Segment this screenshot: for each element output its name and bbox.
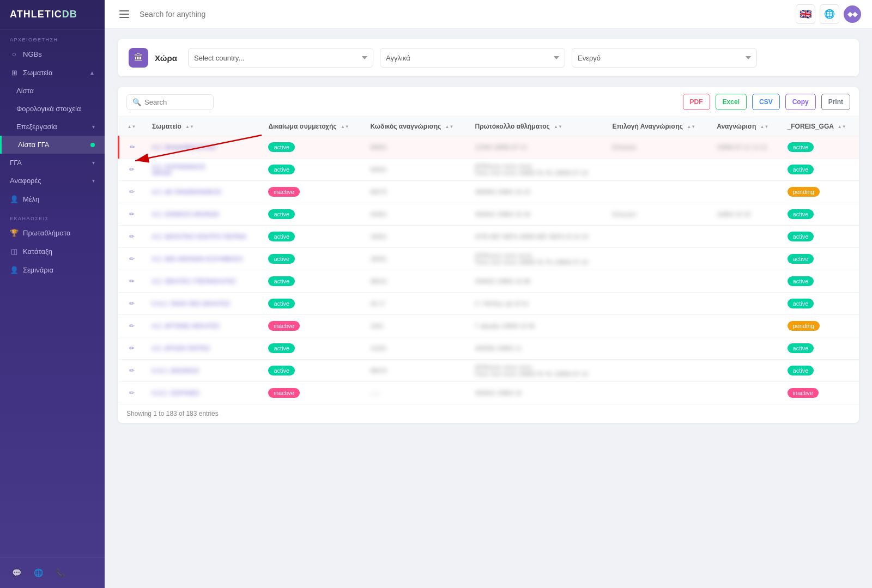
cell-epilogi [605,337,710,360]
cell-anag [710,337,780,360]
status-select[interactable]: Ενεργό Ανενεργό [572,48,757,68]
cell-somateiro: Α.Σ. ΑΕ ΠΑΝΑΘΗΝΑΙΚΟΣ [146,181,262,203]
chevron-down-icon-4: ▾ [92,178,95,184]
sidebar-item-anafores[interactable]: Αναφορές ▾ [0,172,105,190]
sidebar-item-epexergasia[interactable]: Επεξεργασία ▾ [0,118,105,136]
cell-epilogi [605,159,710,181]
cell-protokolo: 400002 19866 10-18 [469,203,606,226]
cell-anag: 19866 10-18 [710,203,780,226]
col-foreis[interactable]: _FOREIS_GGA ▲▼ [781,117,859,136]
app-logo: ATHLETICDB [0,0,105,29]
logo-text: ATHLETICDB [10,9,77,20]
edit-button[interactable]: ✏ [125,208,138,221]
cell-anag [710,181,780,203]
sidebar-item-protathlimata[interactable]: 🏆 Πρωταθλήματα [0,223,105,242]
language-flag-button[interactable]: 🇬🇧 [796,4,815,24]
cell-kwdikos: 30 17 [364,293,468,315]
sidebar-item-seminaria-label: Σεμινάρια [23,266,95,274]
cell-somateiro: Α.Σ. ΑΘΛΗΤΙΚΟ ΚΕΝΤΡΟ ΠΕΙΡΑΙΑ [146,226,262,248]
sidebar-item-meli[interactable]: 👤 Μέλη [0,190,105,208]
language-select[interactable]: Αγγλικά Ελληνικά [380,48,565,68]
col-dikaiwma[interactable]: Δικαίωμα συμμετοχής ▲▼ [262,117,364,136]
edit-cell: ✏ [119,203,146,226]
table-search-input[interactable] [144,98,208,106]
table-row: ✏ Ε Α.Σ. ΠΑΟΚ ΘΕΣ ΑΘΛΗΤΕΣ active 30 17 C… [119,293,859,315]
sidebar-item-seminaria[interactable]: 👤 Σεμινάρια [0,260,105,279]
table-footer-text: Showing 1 to 183 of 183 entries [126,410,219,417]
user-avatar[interactable]: ◆◆ [844,5,861,23]
edit-button[interactable]: ✏ [125,163,138,176]
export-csv-button[interactable]: CSV [752,94,780,110]
col-kwdikos[interactable]: Κωδικός αναγνώρισης ▲▼ [364,117,468,136]
export-excel-button[interactable]: Excel [716,94,747,110]
cell-somateiro: Ε Α.Σ. ΠΑΟΚ ΘΕΣ ΑΘΛΗΤΕΣ [146,293,262,315]
cell-epilogi [605,293,710,315]
edit-button[interactable]: ✏ [125,275,138,288]
cell-foreis: active [781,159,859,181]
col-protokolo[interactable]: Πρωτόκολλο αθλήματος ▲▼ [469,117,606,136]
edit-button[interactable]: ✏ [125,342,138,355]
sidebar-item-katatagsi[interactable]: ◫ Κατάταξη [0,242,105,260]
edit-button[interactable]: ✏ [126,141,139,154]
table-search-box: 🔍 [126,94,214,110]
edit-cell: ✏ [119,293,146,315]
edit-button[interactable]: ✏ [125,319,138,332]
cell-foreis: inactive [781,382,859,404]
filter-bar: 🏛 Χώρα Select country... Αγγλικά Ελληνικ… [118,39,859,76]
sort-icon-foreis: ▲▼ [838,124,846,129]
edit-button[interactable]: ✏ [125,252,138,265]
export-print-button[interactable]: Print [821,94,850,110]
edit-button[interactable]: ✏ [125,230,138,243]
cell-dikaiwma: inactive [262,315,364,337]
sidebar-item-lista-gga[interactable]: Λίστα ΓΓΑ [0,136,105,154]
topbar-search-input[interactable] [140,10,789,19]
globe-icon[interactable]: 🌐 [32,566,45,579]
col-anagnwrisi[interactable]: Αναγνώριση ▲▼ [710,117,780,136]
sidebar-item-forologika[interactable]: Φορολογικά στοιχεία [0,100,105,118]
sidebar-item-ngbs[interactable]: ○ NGBs [0,45,105,63]
cell-dikaiwma: active [262,136,364,159]
cell-epilogi: Ελληνικό [605,136,710,159]
col-epilogi[interactable]: Επιλογή Αναγνώρισης ▲▼ [605,117,710,136]
cell-somateiro: Α.Σ. ΑΕΚ ΑΘΗΝΩΝ ΚΟΛΥΜΒΗΣΗ [146,248,262,270]
cell-epilogi: Ελληνικό [605,203,710,226]
cell-kwdikos: 64001 [364,203,468,226]
cell-kwdikos: 88016 [364,270,468,293]
chat-icon[interactable]: 💬 [10,566,23,579]
cell-foreis: active [781,337,859,360]
menu-toggle-button[interactable] [116,5,133,23]
sidebar-item-ngbs-label: NGBs [23,50,95,58]
edit-button[interactable]: ✏ [125,297,138,310]
cell-dikaiwma: active [262,248,364,270]
col-somateiro[interactable]: Σωματείο ▲▼ [146,117,262,136]
cell-foreis: active [781,136,859,159]
cell-foreis: active [781,203,859,226]
edit-button[interactable]: ✏ [125,386,138,399]
sidebar-item-gga[interactable]: ΓΓΑ ▾ [0,154,105,172]
chevron-down-icon-2: ▾ [92,124,95,130]
export-pdf-button[interactable]: PDF [683,94,710,110]
cell-anag [710,248,780,270]
cell-foreis: active [781,270,859,293]
edit-cell: ✏ [119,181,146,203]
sidebar-item-lista[interactable]: Λίστα [0,82,105,100]
cell-protokolo: 400002 19866 10 [469,382,606,404]
cell-dikaiwma: active [262,159,364,181]
globe-button[interactable]: 🌐 [820,4,839,24]
cell-protokolo: 486866 19866 10-10 [469,181,606,203]
cell-foreis: pending [781,181,859,203]
country-select[interactable]: Select country... [188,48,373,68]
cell-kwdikos: ----- [364,382,468,404]
cell-somateiro: Α.Σ. ΚΟΡΙΝΘΙΑΚΟΣ ΑΘΗΝΑ [146,159,262,181]
cell-kwdikos: 88070 [364,360,468,382]
cell-anag [710,270,780,293]
search-icon: 🔍 [132,98,141,106]
edit-button[interactable]: ✏ [125,364,138,377]
sidebar-item-somateias[interactable]: ⊞ Σωματεία ▲ [0,63,105,82]
cell-dikaiwma: active [262,360,364,382]
edit-cell: ✏ [119,159,146,181]
topbar-search [140,10,789,19]
edit-button[interactable]: ✏ [125,185,138,198]
phone-icon[interactable]: 📞 [53,566,66,579]
export-copy-button[interactable]: Copy [785,94,816,110]
